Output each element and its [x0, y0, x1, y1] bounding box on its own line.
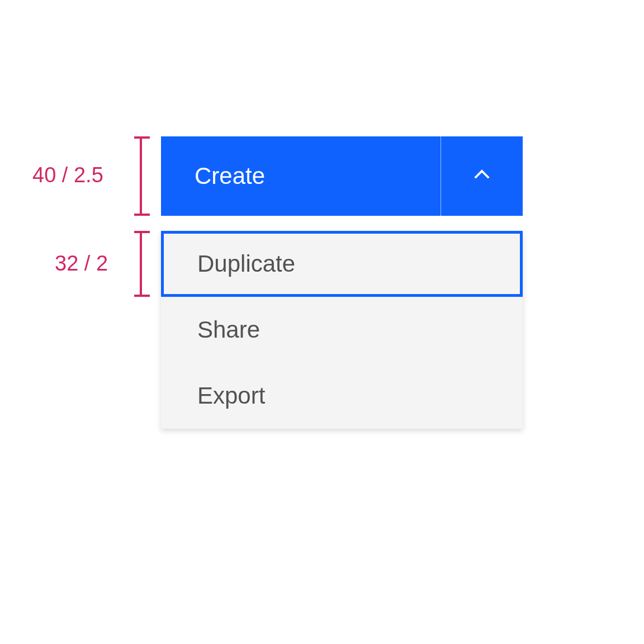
spec-label-menu-item-height: 32 / 2: [55, 252, 108, 276]
menu-item-label: Share: [197, 316, 260, 343]
menu-item-export[interactable]: Export: [161, 363, 523, 429]
create-button-label: Create: [195, 163, 265, 190]
spec-bracket-button-height: [129, 136, 151, 216]
menu-item-label: Duplicate: [197, 250, 295, 277]
spec-label-button-height: 40 / 2.5: [32, 163, 103, 187]
menu-item-label: Export: [197, 382, 265, 409]
dropdown-menu: Duplicate Share Export: [161, 231, 523, 429]
chevron-up-icon: [470, 163, 494, 189]
menu-item-duplicate[interactable]: Duplicate: [161, 231, 523, 297]
split-button: Create: [161, 136, 523, 216]
dropdown-toggle-button[interactable]: [441, 136, 523, 216]
create-button[interactable]: Create: [161, 136, 441, 216]
dropdown-button-spec: Create Duplicate Share Export: [161, 136, 523, 429]
menu-item-share[interactable]: Share: [161, 297, 523, 363]
spec-bracket-menu-item-height: [129, 231, 151, 297]
